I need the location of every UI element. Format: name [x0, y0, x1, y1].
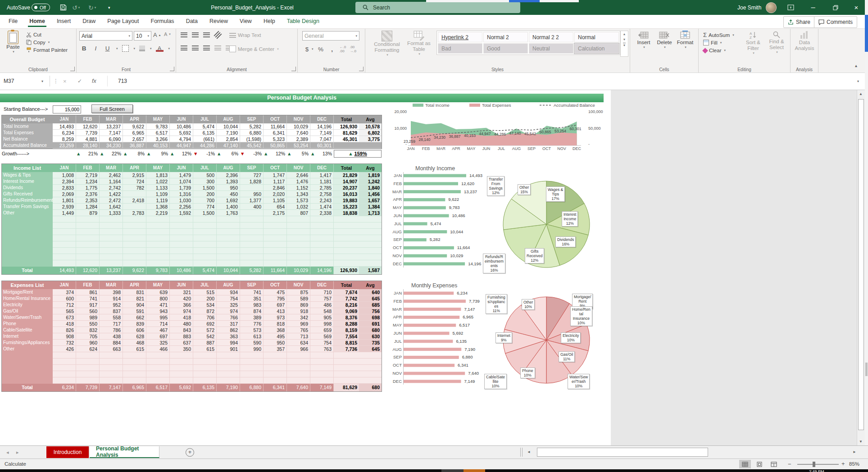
cell[interactable]: 1,119 [146, 197, 170, 204]
empty-cell[interactable] [264, 229, 287, 235]
total-cell[interactable]: 15,223 [334, 204, 359, 210]
cell[interactable]: 2,719 [76, 172, 100, 178]
cell[interactable]: 200 [193, 191, 217, 197]
calculate-status[interactable]: Calculate [5, 461, 26, 467]
total-row-cell[interactable]: 14,493 [53, 267, 76, 274]
empty-cell[interactable] [310, 235, 334, 241]
ribbon-tab-help[interactable]: Help [258, 15, 281, 27]
cell[interactable]: 1,368 [146, 204, 170, 210]
cell[interactable]: 2,396 [217, 172, 240, 178]
cell[interactable]: 2,353 [76, 197, 100, 204]
cell[interactable]: 639 [146, 289, 170, 295]
empty-cell[interactable] [170, 260, 193, 267]
cell[interactable]: 12,620 [76, 123, 100, 130]
cell[interactable]: 1,417 [310, 172, 334, 178]
cell[interactable]: 7,190 [217, 130, 240, 136]
cell[interactable]: 40,153 [146, 142, 170, 149]
total-row-cell[interactable]: 10,029 [287, 267, 310, 274]
new-sheet-button[interactable]: + [186, 448, 194, 457]
total-row-cell[interactable]: 10,486 [170, 267, 193, 274]
cell[interactable]: 600 [53, 295, 76, 302]
empty-cell[interactable] [287, 260, 310, 267]
empty-cell[interactable] [170, 254, 193, 260]
empty-cell[interactable] [359, 241, 382, 248]
avg-cell[interactable]: 691 [359, 321, 382, 327]
empty-cell[interactable] [53, 352, 76, 359]
quick-access-customize-button[interactable]: ▾ [108, 0, 110, 15]
cell[interactable]: 366 [170, 302, 193, 308]
cell[interactable]: 10,044 [217, 123, 240, 130]
cell-style-normal[interactable]: Normal [574, 32, 619, 42]
empty-cell[interactable] [146, 222, 170, 229]
empty-label-cell[interactable] [2, 377, 53, 384]
empty-cell[interactable] [310, 371, 334, 377]
cell[interactable]: 2,854 [217, 136, 240, 142]
cell[interactable]: 615 [123, 346, 146, 352]
cell[interactable]: 325 [146, 340, 170, 346]
name-box-dropdown[interactable]: ▾ [41, 76, 43, 86]
cell[interactable]: 1,573 [287, 197, 310, 204]
empty-cell[interactable] [310, 352, 334, 359]
cell[interactable]: 998 [310, 321, 334, 327]
empty-cell[interactable] [170, 222, 193, 229]
cell[interactable]: 44,947 [170, 142, 193, 149]
empty-cell[interactable] [53, 365, 76, 371]
autosum-button[interactable]: Σ AutoSum▾ [703, 32, 734, 38]
cell[interactable]: 754 [310, 340, 334, 346]
empty-cell[interactable] [100, 216, 123, 222]
cell[interactable]: 438 [100, 333, 123, 340]
empty-cell[interactable] [76, 216, 100, 222]
close-button[interactable]: × [849, 0, 864, 15]
cell[interactable]: 569 [310, 333, 334, 340]
empty-cell[interactable] [240, 260, 264, 267]
empty-label-cell[interactable] [2, 229, 53, 235]
cell[interactable]: 560 [76, 308, 100, 314]
underline-button[interactable]: U [104, 45, 111, 52]
cell-style-bad[interactable]: Bad [438, 43, 482, 54]
name-box[interactable]: M37 [4, 76, 40, 86]
empty-cell[interactable] [287, 254, 310, 260]
insert-function-button[interactable]: fx [92, 76, 96, 86]
ribbon-tab-draw[interactable]: Draw [77, 15, 101, 27]
total-cell[interactable]: 8,288 [334, 321, 359, 327]
avg-cell[interactable]: 1,840 [359, 185, 382, 191]
cell[interactable]: 839 [123, 321, 146, 327]
hscroll-left-icon[interactable]: ◄ [527, 450, 531, 454]
avg-cell[interactable]: 685 [359, 302, 382, 308]
empty-cell[interactable] [240, 352, 264, 359]
cell[interactable]: 714 [146, 321, 170, 327]
total-cell[interactable]: 8,159 [334, 327, 359, 333]
empty-cell[interactable] [100, 359, 123, 365]
growth-cell[interactable]: ▲13% [310, 150, 334, 158]
zoom-slider-track[interactable] [797, 464, 839, 465]
empty-cell[interactable] [334, 248, 359, 254]
search-input[interactable]: Search [355, 2, 520, 13]
cell[interactable]: 724 [123, 178, 146, 185]
cell[interactable]: 350 [170, 346, 193, 352]
empty-cell[interactable] [53, 260, 76, 267]
align-bottom-button[interactable] [203, 32, 210, 37]
cell-style-calculation[interactable]: Calculation [574, 43, 619, 54]
cell[interactable]: 883 [170, 333, 193, 340]
empty-cell[interactable] [359, 254, 382, 260]
total-row-cell[interactable]: 7,190 [217, 384, 240, 391]
cell[interactable]: 548 [310, 308, 334, 314]
delete-cells-button[interactable]: Delete▾ [654, 31, 674, 49]
empty-cell[interactable] [76, 260, 100, 267]
empty-cell[interactable] [123, 377, 146, 384]
cell[interactable]: 374 [53, 289, 76, 295]
empty-cell[interactable] [334, 359, 359, 365]
empty-cell[interactable] [264, 254, 287, 260]
empty-cell[interactable] [53, 241, 76, 248]
empty-cell[interactable] [287, 216, 310, 222]
total-cell[interactable]: 81,629 [334, 130, 359, 136]
cell[interactable]: 861 [76, 289, 100, 295]
cell[interactable]: 782 [123, 185, 146, 191]
empty-cell[interactable] [100, 248, 123, 254]
cell[interactable]: 5,323 [264, 136, 287, 142]
empty-cell[interactable] [53, 229, 76, 235]
empty-cell[interactable] [359, 359, 382, 365]
empty-label-cell[interactable] [2, 371, 53, 377]
empty-label-cell[interactable] [2, 359, 53, 365]
empty-cell[interactable] [310, 229, 334, 235]
